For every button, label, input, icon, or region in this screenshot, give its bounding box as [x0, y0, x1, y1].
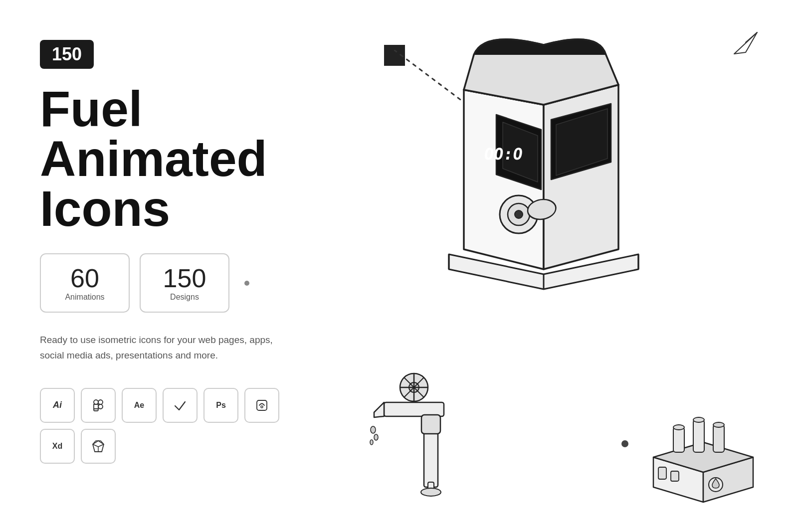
- svg-point-39: [713, 422, 724, 427]
- deco-dot-bottom: [621, 440, 628, 447]
- svg-rect-20: [424, 432, 438, 487]
- gas-pump-illustration: OO:O: [419, 15, 668, 294]
- svg-rect-35: [693, 420, 704, 452]
- tool-figma: [81, 388, 116, 423]
- svg-rect-0: [94, 400, 98, 404]
- svg-rect-1: [98, 400, 103, 404]
- tool-ps: Ps: [203, 388, 238, 423]
- svg-point-29: [374, 434, 378, 440]
- stat-animations: 60 Animations: [40, 253, 130, 313]
- svg-rect-41: [658, 467, 666, 479]
- tool-ae-label: Ae: [134, 401, 144, 410]
- tool-lottiefiles: [244, 388, 279, 423]
- svg-rect-2: [94, 404, 98, 409]
- tool-xd: Xd: [40, 429, 75, 464]
- count-badge: 150: [40, 40, 94, 69]
- dot-separator: [244, 281, 249, 286]
- title-block: Fuel Animated Icons: [40, 84, 299, 233]
- title-line2: Animated Icons: [40, 134, 299, 233]
- svg-text:OO:O: OO:O: [483, 145, 524, 164]
- tool-ps-label: Ps: [216, 401, 226, 410]
- svg-rect-36: [713, 425, 724, 452]
- figma-icon: [91, 398, 106, 413]
- stat-designs-label: Designs: [161, 293, 208, 302]
- tool-xd-label: Xd: [52, 442, 62, 451]
- engine-block-illustration: [638, 392, 768, 512]
- svg-point-28: [371, 426, 376, 433]
- svg-rect-33: [421, 415, 440, 434]
- description-text: Ready to use isometric icons for your we…: [40, 333, 299, 363]
- svg-point-3: [98, 404, 103, 409]
- tool-sketch: [81, 429, 116, 464]
- left-panel: 150 Fuel Animated Icons 60 Animations 15…: [0, 0, 339, 532]
- svg-point-30: [370, 440, 373, 445]
- svg-point-6: [261, 406, 263, 408]
- tool-ai: Ai: [40, 388, 75, 423]
- svg-point-38: [693, 417, 704, 422]
- main-container: 150 Fuel Animated Icons 60 Animations 15…: [0, 0, 798, 532]
- stats-row: 60 Animations 150 Designs: [40, 253, 299, 313]
- tool-ae: Ae: [122, 388, 157, 423]
- paper-plane-icon: [733, 30, 758, 55]
- stat-designs: 150 Designs: [140, 253, 229, 313]
- svg-rect-42: [671, 471, 679, 481]
- svg-point-37: [673, 425, 684, 430]
- svg-point-32: [421, 488, 441, 496]
- faucet-illustration: [369, 372, 509, 502]
- svg-line-13: [746, 32, 757, 42]
- svg-point-18: [515, 210, 523, 218]
- stat-animations-label: Animations: [61, 293, 109, 302]
- svg-rect-4: [94, 409, 98, 411]
- tool-lottie: [163, 388, 198, 423]
- lottiefiles-icon: [254, 398, 269, 413]
- tools-row: Ai Ae: [40, 388, 299, 464]
- title-line1: Fuel: [40, 84, 299, 134]
- stat-animations-number: 60: [61, 264, 109, 293]
- svg-rect-34: [673, 427, 684, 452]
- lottie-icon: [173, 398, 188, 413]
- sketch-icon: [91, 439, 106, 454]
- stat-designs-number: 150: [161, 264, 208, 293]
- tool-ai-label: Ai: [53, 400, 62, 410]
- right-panel: OO:O: [339, 0, 798, 532]
- svg-rect-5: [257, 400, 267, 410]
